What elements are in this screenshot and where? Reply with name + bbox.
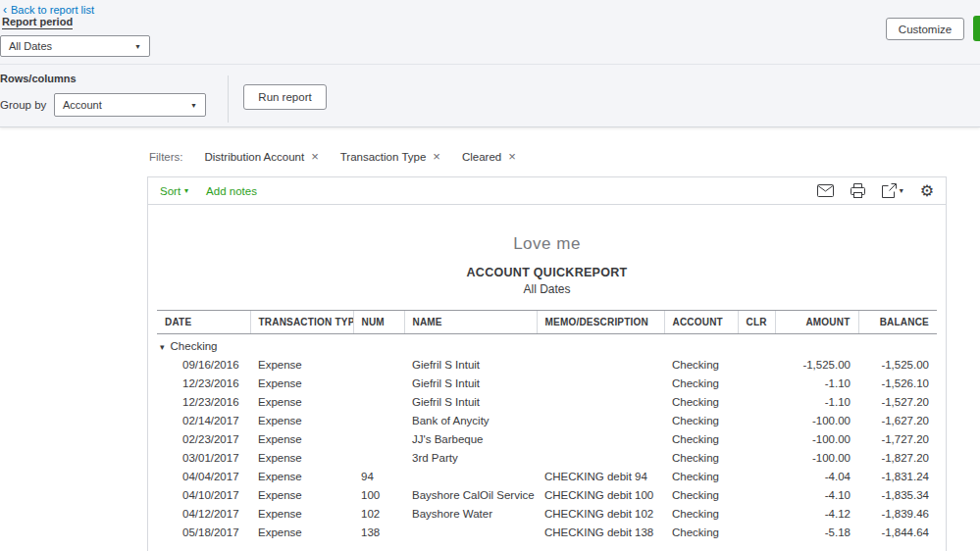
cell-num: 100 — [353, 485, 404, 504]
cell-num: 138 — [353, 523, 404, 541]
table-row[interactable]: 05/18/2017 Expense 138 CHECKING debit 13… — [157, 523, 937, 541]
cell-balance: -1,827.20 — [858, 448, 937, 467]
collapse-group-icon[interactable]: ▾ — [160, 342, 165, 352]
back-link-label: Back to report list — [11, 4, 94, 16]
filter-chip-label: Distribution Account — [205, 151, 305, 163]
cell-num — [353, 374, 404, 392]
gear-icon[interactable]: ⚙ — [920, 183, 934, 199]
cell-account: Checking — [664, 504, 738, 523]
remove-filter-icon[interactable]: × — [311, 150, 319, 163]
filters-bar: Filters: Distribution Account × Transact… — [149, 150, 516, 163]
add-notes-link[interactable]: Add notes — [206, 185, 257, 197]
cell-memo-description — [537, 411, 664, 429]
table-row[interactable]: 04/12/2017 Expense 102 Bayshore Water CH… — [157, 504, 937, 523]
cell-transaction-type: Expense — [250, 448, 353, 467]
report-period-dropdown[interactable]: All Dates ▼ — [0, 35, 150, 57]
table-header-row: DATE TRANSACTION TYPE NUM NAME MEMO/DESC… — [157, 311, 937, 334]
toolbar-icons: ▾ ⚙ — [817, 183, 934, 199]
sort-dropdown[interactable]: Sort ▾ — [160, 185, 188, 197]
cell-name: Bayshore CalOil Service — [404, 485, 537, 504]
filter-chip-transaction-type: Transaction Type × — [340, 150, 440, 163]
cell-account: Checking — [664, 448, 738, 467]
group-by-dropdown[interactable]: Account ▼ — [54, 93, 206, 117]
cell-num — [353, 355, 404, 374]
email-icon[interactable] — [817, 184, 834, 197]
report-header-panel: ‹ Back to report list Report period All … — [0, 0, 980, 127]
cell-account: Checking — [664, 392, 738, 411]
report-subtitle: All Dates — [148, 282, 946, 296]
cell-balance: -1,727.20 — [858, 429, 937, 448]
cell-balance: -1,839.46 — [858, 504, 937, 523]
filter-chip-label: Transaction Type — [340, 151, 427, 163]
cell-date: 02/14/2017 — [157, 411, 250, 429]
filter-chip-label: Cleared — [462, 151, 501, 163]
filter-chip-cleared: Cleared × — [462, 150, 516, 163]
cell-name: Giefril S Intuit — [404, 392, 537, 411]
remove-filter-icon[interactable]: × — [508, 150, 516, 163]
column-header-balance: BALANCE — [858, 311, 937, 334]
cell-amount: -4.10 — [775, 485, 858, 504]
run-report-button[interactable]: Run report — [243, 84, 327, 110]
cell-account: Checking — [664, 467, 738, 485]
cell-date: 12/23/2016 — [157, 374, 250, 392]
cell-name — [404, 523, 537, 541]
column-header-clr: CLR — [738, 311, 775, 334]
cell-memo-description: CHECKING debit 102 — [537, 504, 664, 523]
cell-clr — [738, 467, 775, 485]
cell-name: 3rd Party — [404, 448, 537, 467]
chevron-down-icon: ▾ — [900, 186, 903, 195]
page: ‹ Back to report list Report period All … — [0, 0, 980, 551]
report-card: Sort ▾ Add notes — [147, 176, 947, 551]
group-row-checking[interactable]: ▾Checking — [157, 334, 937, 356]
cell-num: 94 — [353, 467, 404, 485]
cell-account: Checking — [664, 523, 738, 541]
cell-name: Bayshore Water — [404, 504, 537, 523]
cell-account: Checking — [664, 355, 738, 374]
table-row[interactable]: 02/23/2017 Expense JJ's Barbeque Checkin… — [157, 429, 937, 448]
chevron-down-icon: ▾ — [184, 186, 188, 195]
header-divider — [0, 64, 980, 65]
table-row[interactable]: 03/01/2017 Expense 3rd Party Checking -1… — [157, 448, 937, 467]
back-chevron-icon: ‹ — [3, 4, 7, 16]
report-title: ACCOUNT QUICKREPORT — [148, 266, 946, 279]
cell-amount: -100.00 — [775, 448, 858, 467]
column-header-memo: MEMO/DESCRIPTION — [537, 311, 664, 334]
table-row[interactable]: 02/14/2017 Expense Bank of Anycity Check… — [157, 411, 937, 429]
back-to-report-list-link[interactable]: ‹ Back to report list — [3, 4, 94, 16]
report-period-label: Report period — [2, 16, 73, 29]
cell-clr — [738, 355, 775, 374]
cell-balance: -1,627.20 — [858, 411, 937, 429]
green-button-edge[interactable] — [973, 16, 980, 41]
cell-amount: -1.10 — [775, 392, 858, 411]
cell-name — [404, 467, 537, 485]
cell-clr — [738, 523, 775, 541]
cell-memo-description: CHECKING debit 138 — [537, 523, 664, 541]
report-table: DATE TRANSACTION TYPE NUM NAME MEMO/DESC… — [157, 310, 937, 541]
cell-balance: -1,525.00 — [858, 355, 937, 374]
customize-button[interactable]: Customize — [886, 18, 964, 40]
column-header-account: ACCOUNT — [664, 311, 738, 334]
cell-date: 05/18/2017 — [157, 523, 250, 541]
cell-memo-description — [537, 355, 664, 374]
cell-memo-description — [537, 429, 664, 448]
cell-date: 12/23/2016 — [157, 392, 250, 411]
table-row[interactable]: 09/16/2016 Expense Giefril S Intuit Chec… — [157, 355, 937, 374]
cell-amount: -1,525.00 — [775, 355, 858, 374]
cell-memo-description — [537, 448, 664, 467]
print-icon[interactable] — [851, 183, 865, 198]
table-row[interactable]: 04/04/2017 Expense 94 CHECKING debit 94 … — [157, 467, 937, 485]
table-row[interactable]: 12/23/2016 Expense Giefril S Intuit Chec… — [157, 374, 937, 392]
cell-transaction-type: Expense — [250, 523, 353, 541]
cell-clr — [738, 504, 775, 523]
table-row[interactable]: 04/10/2017 Expense 100 Bayshore CalOil S… — [157, 485, 937, 504]
chevron-down-icon: ▼ — [134, 43, 141, 50]
table-row[interactable]: 12/23/2016 Expense Giefril S Intuit Chec… — [157, 392, 937, 411]
cell-name: Giefril S Intuit — [404, 374, 537, 392]
rows-columns-label: Rows/columns — [0, 73, 77, 84]
cell-name: Bank of Anycity — [404, 411, 537, 429]
remove-filter-icon[interactable]: × — [433, 150, 440, 163]
cell-num — [353, 448, 404, 467]
cell-num: 102 — [353, 504, 404, 523]
export-icon[interactable]: ▾ — [882, 183, 903, 198]
cell-amount: -4.12 — [775, 504, 858, 523]
